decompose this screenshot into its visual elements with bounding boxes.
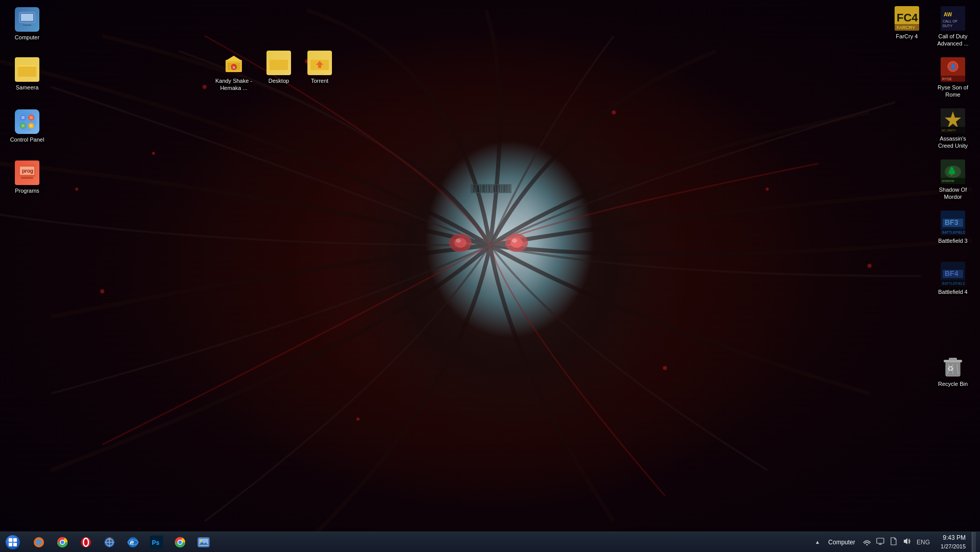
tray-file-icon[interactable] [888,537,899,547]
desktop-icon-control-panel[interactable]: Control Panel [4,107,50,145]
computer-icon [15,7,39,32]
ryse-icon: 👤 RYSE [941,57,965,82]
torrent-icon-label: Torrent [311,77,328,84]
desktop-icon-computer[interactable]: Computer [4,5,50,43]
taskbar-firefox[interactable] [28,533,50,551]
svg-rect-98 [9,543,12,546]
desktop-icon-bf3[interactable]: BF3 BATTLEFIELD Battlefield 3 [930,209,976,246]
taskbar-photoshop[interactable]: Ps [145,533,168,551]
taskbar-clock[interactable]: 9:43 PM 1/27/2015 [934,533,970,551]
ryse-icon-label: Ryse Son of Rome [932,84,974,99]
svg-text:SHADOW: SHADOW [942,179,955,182]
taskbar-chrome[interactable] [51,533,74,551]
svg-rect-37 [18,65,36,66]
svg-rect-91 [949,358,957,360]
taskbar-tray: ▲ Computer [813,532,980,552]
shadow-mordor-icon: 🌲 SHADOW [941,159,965,184]
svg-text:BF3: BF3 [945,218,959,226]
ac-unity-icon-label: Assassin's Creed Unity [932,135,974,150]
desktop-icon-bf4[interactable]: BF4 BATTLEFIELD Battlefield 4 [930,260,976,297]
windows-logo [6,535,20,549]
desktop-icon-desktop-folder[interactable]: Desktop [256,49,302,86]
svg-text:RYSE: RYSE [942,77,952,81]
desktop-icon-programs[interactable]: prog Programs [4,158,50,196]
show-desktop-button[interactable] [972,532,976,553]
folder-icon [15,57,39,82]
tray-volume-icon[interactable] [901,537,912,547]
svg-text:AW: AW [944,12,952,17]
svg-text:DUTY: DUTY [943,24,952,28]
wallpaper-bg [0,0,980,532]
svg-text:✕: ✕ [232,65,236,70]
bf4-icon: BF4 BATTLEFIELD [941,262,965,286]
svg-text:👤: 👤 [950,63,956,70]
desktop-icon-cod-advanced[interactable]: AW CALL OF DUTY Call of Duty Advanced ..… [930,4,976,50]
svg-point-112 [108,538,110,540]
desktop-icon-recycle-bin[interactable]: ♻ Recycle Bin [930,352,976,389]
svg-point-123 [200,540,202,542]
desktop: Computer Sameera [0,0,980,552]
svg-marker-129 [904,538,907,544]
clock-date: 1/27/2015 [938,542,966,551]
computer-icon-label: Computer [15,34,39,41]
svg-point-120 [179,540,182,544]
cod-advanced-icon: AW CALL OF DUTY [941,6,965,31]
svg-text:prog: prog [22,168,33,174]
tray-expand-button[interactable]: ▲ [813,533,822,551]
start-button[interactable] [0,532,26,553]
desktop-folder-icon-label: Desktop [269,77,289,84]
svg-text:AC UNITY: AC UNITY [942,129,956,132]
tray-display-icon[interactable] [875,537,886,547]
svg-rect-34 [21,14,33,21]
svg-text:CALL OF: CALL OF [943,19,957,23]
recycle-bin-icon: ♻ [941,354,965,378]
control-panel-icon-label: Control Panel [10,136,44,143]
sameera-icon-label: Sameera [16,84,39,91]
taskbar-opera[interactable] [75,533,97,551]
programs-icon-label: Programs [15,187,39,194]
desktop-icon-sameera[interactable]: Sameera [4,55,50,93]
svg-rect-44 [21,124,25,127]
taskbar-computer-label[interactable]: Computer [824,539,859,546]
bf3-icon-label: Battlefield 3 [938,237,967,244]
desktop-icon-ryse[interactable]: 👤 RYSE Ryse Son of Rome [930,55,976,101]
svg-text:🌲: 🌲 [947,166,957,176]
svg-point-38 [18,112,36,131]
kandy-shake-icon-label: Kandy Shake - Hemaka ... [213,77,255,92]
taskbar-chrome2[interactable] [169,533,191,551]
svg-rect-46 [30,124,33,127]
taskbar: e Ps [0,532,980,552]
taskbar-image-viewer[interactable] [192,533,215,551]
torrent-icon [307,51,332,75]
desktop-icon-ac-unity[interactable]: AC UNITY Assassin's Creed Unity [930,106,976,152]
svg-text:BF4: BF4 [945,269,959,278]
tray-language-label[interactable]: ENG [915,539,932,546]
svg-rect-42 [30,116,33,119]
farcry4-icon-label: FarCry 4 [896,33,918,40]
bf3-icon: BF3 BATTLEFIELD [941,211,965,235]
farcry4-icon: FC4 FARCRY [895,6,919,31]
svg-rect-49 [21,177,33,179]
svg-text:Ps: Ps [152,539,160,546]
desktop-icon-farcry4[interactable]: FC4 FARCRY FarCry 4 [884,4,930,42]
svg-rect-97 [13,538,17,542]
control-panel-icon [15,109,39,134]
svg-rect-36 [23,25,31,26]
clock-time: 9:43 PM [938,533,966,542]
taskbar-maxthon[interactable] [98,533,121,551]
taskbar-ie[interactable]: e [122,533,144,551]
desktop-folder-icon [266,51,291,75]
svg-text:♻: ♻ [947,364,954,373]
tray-network-icon[interactable] [861,537,873,547]
programs-icon: prog [15,160,39,185]
desktop-icon-shadow-mordor[interactable]: 🌲 SHADOW Shadow Of Mordor [930,157,976,203]
svg-point-105 [61,540,64,544]
svg-rect-96 [9,538,12,542]
cod-advanced-icon-label: Call of Duty Advanced ... [932,33,974,48]
svg-text:BATTLEFIELD: BATTLEFIELD [942,231,965,234]
svg-rect-35 [25,22,30,25]
desktop-icon-torrent[interactable]: Torrent [297,49,343,86]
kandy-shake-icon: 📁 ✕ [221,51,246,75]
recycle-bin-icon-label: Recycle Bin [938,380,968,387]
desktop-icon-kandy-shake[interactable]: 📁 ✕ Kandy Shake - Hemaka ... [211,49,257,94]
